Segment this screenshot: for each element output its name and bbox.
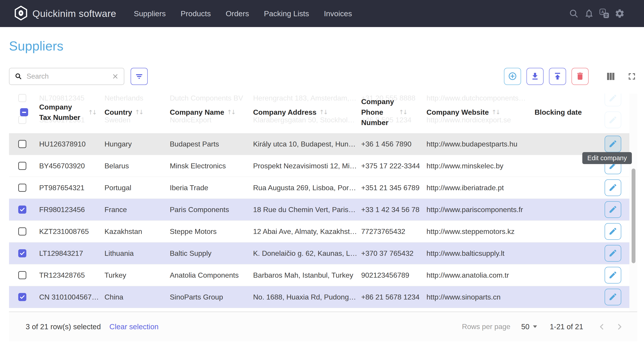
previous-page-button[interactable] xyxy=(598,322,606,331)
cell-blocking-date xyxy=(531,242,596,264)
cell-phone: +33 1 42 34 56 78 xyxy=(358,199,423,220)
delete-button[interactable] xyxy=(572,68,588,85)
main-nav: Suppliers Products Orders Packing Lists … xyxy=(134,9,352,18)
translate-icon[interactable]: A xyxy=(599,8,610,19)
cell-company-address: 12 Abai Ave, Almaty, Kazakhstan xyxy=(250,221,358,242)
search-input[interactable] xyxy=(26,72,108,81)
cell-country: Portugal xyxy=(101,177,166,199)
settings-gear-icon[interactable] xyxy=(614,8,625,19)
filter-icon xyxy=(134,72,144,82)
cell-company-name: Anatolia Components xyxy=(166,264,250,286)
cell-company-tax: BY456703920 xyxy=(36,155,101,177)
cell-country: Belarus xyxy=(101,155,166,177)
cell-company-tax: PT987654321 xyxy=(36,177,101,199)
rows-per-page-select[interactable]: 50 xyxy=(521,322,537,331)
edit-company-button[interactable] xyxy=(604,136,621,152)
nav-item-products[interactable]: Products xyxy=(180,9,211,18)
cell-company-address: Király utca 10, Budapest, Hung… xyxy=(250,133,358,155)
brand-logo-icon xyxy=(14,6,28,22)
row-checkbox[interactable] xyxy=(18,249,26,257)
cell-blocking-date xyxy=(531,177,596,199)
table-footer: 3 of 21 row(s) selected Clear selection … xyxy=(9,312,637,341)
cell-phone: +370 37 765432 xyxy=(358,242,423,264)
notifications-bell-icon[interactable] xyxy=(584,8,594,19)
column-header-company-phone-number[interactable]: Company Phone Number↑↓ xyxy=(361,97,407,128)
edit-company-button[interactable] xyxy=(604,267,621,283)
import-upload-button[interactable] xyxy=(549,68,566,85)
cell-blocking-date xyxy=(531,286,596,308)
column-header-company-name[interactable]: Company Name↑↓ xyxy=(170,107,235,117)
clear-selection-link[interactable]: Clear selection xyxy=(110,322,158,331)
table-row: KZT231008765 Kazakhstan Steppe Motors 12… xyxy=(9,221,629,242)
edit-company-button[interactable] xyxy=(604,245,621,262)
export-download-button[interactable] xyxy=(526,68,544,85)
column-header-country[interactable]: Country↑↓ xyxy=(104,107,143,117)
cell-country: France xyxy=(101,199,166,220)
edit-company-button[interactable] xyxy=(604,179,621,196)
row-checkbox[interactable] xyxy=(18,206,26,214)
select-all-checkbox[interactable] xyxy=(20,108,28,116)
clear-search-icon[interactable] xyxy=(112,73,119,80)
cell-blocking-date xyxy=(531,199,596,220)
table-row: BY456703920 Belarus Minsk Electronics Pr… xyxy=(9,155,629,177)
brand-title: Quickinim software xyxy=(32,8,116,19)
sort-icon: ↑↓ xyxy=(319,109,327,116)
row-checkbox[interactable] xyxy=(18,140,26,148)
cell-blocking-date xyxy=(531,133,596,155)
cell-country: Turkey xyxy=(101,264,166,286)
table-header: Company Tax Number↑↓ Country↑↓ Company N… xyxy=(9,94,637,131)
pencil-icon xyxy=(608,292,618,302)
row-checkbox[interactable] xyxy=(18,162,26,170)
cell-website: http://www.minskelec.by xyxy=(423,155,531,177)
table-row: TR123428765 Turkey Anatolia Components B… xyxy=(9,264,629,286)
columns-icon[interactable] xyxy=(605,71,616,82)
cell-phone: 77273765432 xyxy=(358,221,423,242)
suppliers-table: NL709812345 Netherlands Dutch Components… xyxy=(9,94,637,312)
nav-item-suppliers[interactable]: Suppliers xyxy=(134,9,166,18)
cell-company-tax: TR123428765 xyxy=(36,264,101,286)
edit-company-tooltip: Edit company xyxy=(582,152,632,164)
column-header-company-website[interactable]: Company Website↑↓ xyxy=(426,107,500,117)
brand[interactable]: Quickinim software xyxy=(14,6,116,22)
row-checkbox[interactable] xyxy=(18,293,26,301)
cell-company-tax: LT129843217 xyxy=(36,242,101,264)
column-header-blocking-date: Blocking date xyxy=(534,107,582,117)
row-checkbox[interactable] xyxy=(18,184,26,192)
edit-company-button[interactable] xyxy=(604,223,621,240)
table-scrollbar-thumb[interactable] xyxy=(632,169,636,263)
rows-per-page-value: 50 xyxy=(521,322,530,331)
cell-website: http://www.pariscomponents.fr xyxy=(423,199,531,220)
table-scrollbar-track xyxy=(629,94,637,311)
cell-website: http://www.steppemotors.kz xyxy=(423,221,531,242)
edit-company-button[interactable] xyxy=(604,201,621,218)
cell-country: Lithuania xyxy=(101,242,166,264)
row-checkbox[interactable] xyxy=(18,271,26,279)
next-page-button[interactable] xyxy=(615,322,624,331)
cell-company-name: Steppe Motors xyxy=(166,221,250,242)
search-icon[interactable] xyxy=(568,8,579,19)
cell-country: Kazakhstan xyxy=(101,221,166,242)
cell-phone: +351 21 345 6789 xyxy=(358,177,423,199)
add-company-button[interactable] xyxy=(504,68,521,85)
edit-company-button[interactable] xyxy=(604,289,621,305)
column-header-company-address[interactable]: Company Address↑↓ xyxy=(253,107,327,117)
cell-phone: 902123456789 xyxy=(358,264,423,286)
search-box xyxy=(9,68,124,85)
cell-blocking-date xyxy=(531,221,596,242)
cell-company-address: No. 1688, Huaxia Rd, Pudong, … xyxy=(250,286,358,308)
nav-item-packing-lists[interactable]: Packing Lists xyxy=(264,9,309,18)
cell-phone: +36 1 456 7890 xyxy=(358,133,423,155)
filter-button[interactable] xyxy=(130,68,148,85)
pagination-range-text: 1-21 of 21 xyxy=(550,322,583,331)
table-row: PT987654321 Portugal Iberia Trade Rua Au… xyxy=(9,177,629,199)
selection-count-text: 3 of 21 row(s) selected xyxy=(26,322,101,331)
cell-company-address: K. Donelaičio g. 62, Kaunas, Lit… xyxy=(250,242,358,264)
nav-item-orders[interactable]: Orders xyxy=(226,9,249,18)
cell-website: http://www.balticsupply.lt xyxy=(423,242,531,264)
fullscreen-icon[interactable] xyxy=(626,71,637,82)
nav-item-invoices[interactable]: Invoices xyxy=(324,9,352,18)
cell-company-address: Prospekt Nezavisimosti 12, Min… xyxy=(250,155,358,177)
row-checkbox[interactable] xyxy=(18,227,26,235)
column-header-company-tax-number[interactable]: Company Tax Number↑↓ xyxy=(39,102,96,123)
pencil-icon xyxy=(608,249,618,258)
